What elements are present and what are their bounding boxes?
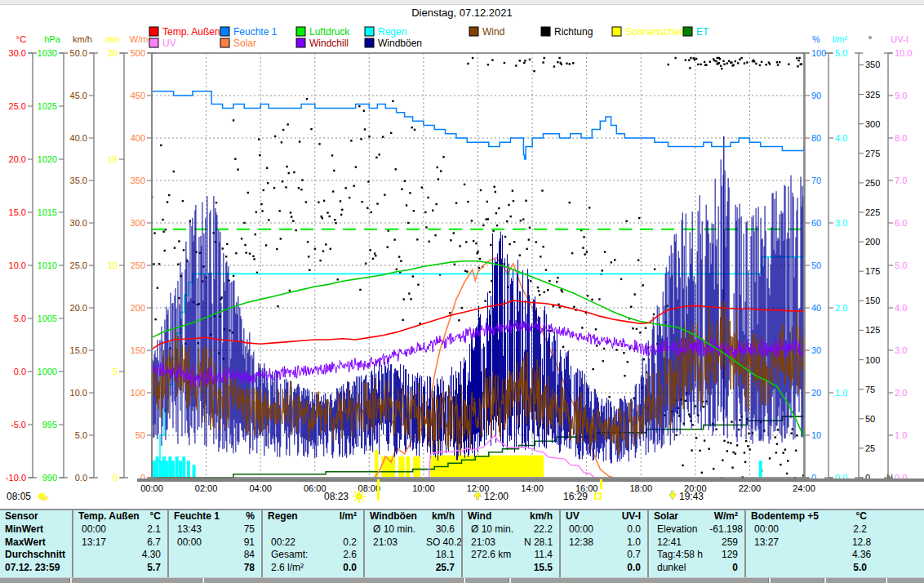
direction-dot bbox=[732, 64, 734, 65]
statusbar-separator bbox=[463, 578, 465, 583]
chart-text: 25.0 bbox=[9, 101, 26, 111]
chart-text: 02:00 bbox=[195, 483, 218, 493]
direction-dot bbox=[569, 63, 571, 65]
direction-dot bbox=[455, 202, 457, 204]
direction-dot bbox=[556, 281, 558, 283]
direction-dot bbox=[314, 248, 316, 250]
direction-dot bbox=[541, 189, 543, 191]
direction-dot bbox=[355, 166, 357, 167]
direction-dot bbox=[747, 445, 749, 447]
legend-swatch bbox=[296, 27, 305, 36]
table-row: dunkel0 bbox=[649, 562, 744, 575]
cell-value: 4.30 bbox=[133, 549, 167, 562]
direction-dot bbox=[620, 278, 622, 280]
chart-text: -10.0 bbox=[6, 473, 26, 483]
direction-dot bbox=[432, 210, 433, 211]
direction-dot bbox=[713, 60, 715, 61]
direction-dot bbox=[416, 238, 418, 240]
legend-swatch bbox=[365, 38, 374, 47]
legend-label: Richtung bbox=[554, 26, 593, 38]
chart-text: ° bbox=[868, 34, 872, 44]
chart-text: 350 bbox=[131, 176, 145, 185]
direction-dot bbox=[299, 140, 300, 142]
chart-text: 22:00 bbox=[739, 483, 762, 493]
direction-dot bbox=[727, 442, 729, 443]
chart-text: 5.0 bbox=[14, 314, 26, 323]
cell-time: 00:00 bbox=[73, 523, 133, 536]
cell-time bbox=[73, 549, 133, 562]
direction-dot bbox=[722, 459, 723, 461]
chart-text: 200 bbox=[865, 237, 880, 247]
direction-dot bbox=[591, 299, 593, 300]
direction-dot bbox=[478, 251, 479, 252]
direction-dot bbox=[637, 259, 639, 260]
direction-dot bbox=[549, 330, 551, 332]
table-row: 4.30 bbox=[73, 549, 167, 562]
cell-time: 21:03 bbox=[365, 536, 426, 550]
cell-time: Ø 10 min. bbox=[365, 523, 426, 536]
direction-dot bbox=[215, 202, 217, 203]
direction-dot bbox=[529, 227, 531, 229]
chart-text: 1000 bbox=[38, 367, 57, 376]
table-row: 21:03N 28.1 bbox=[463, 536, 559, 550]
direction-dot bbox=[519, 60, 521, 61]
table-row: 12:41259 bbox=[649, 536, 744, 550]
direction-dot bbox=[384, 194, 385, 195]
direction-dot bbox=[375, 255, 376, 256]
direction-dot bbox=[776, 443, 778, 445]
direction-dot bbox=[719, 58, 721, 60]
legend-swatch bbox=[220, 27, 229, 36]
rain-bar bbox=[182, 456, 185, 477]
column-name: Feuchte 1 bbox=[169, 510, 224, 523]
direction-dot bbox=[453, 232, 455, 234]
direction-dot bbox=[253, 258, 255, 260]
direction-dot bbox=[478, 267, 480, 269]
direction-dot bbox=[398, 256, 400, 257]
table-row: 13:2712.8 bbox=[746, 536, 924, 550]
direction-dot bbox=[645, 327, 646, 329]
direction-dot bbox=[753, 60, 755, 62]
table-row: 4.36 bbox=[746, 549, 924, 562]
chart-text: 18:00 bbox=[629, 483, 652, 493]
direction-dot bbox=[509, 216, 511, 217]
cell-value: 25.7 bbox=[426, 562, 461, 575]
chart-text: 14:00 bbox=[521, 483, 544, 493]
direction-dot bbox=[382, 136, 384, 137]
chart-text: 3.0 bbox=[895, 345, 907, 355]
direction-dot bbox=[602, 360, 604, 362]
cell-time: 00:00 bbox=[561, 523, 616, 536]
cell-value: 22.2 bbox=[524, 523, 559, 536]
direction-dot bbox=[540, 256, 541, 257]
sun-cloud-icon bbox=[40, 496, 48, 501]
chart-text: 1.0 bbox=[895, 430, 907, 440]
direction-dot bbox=[341, 209, 343, 211]
direction-dot bbox=[158, 263, 160, 265]
weather-chart: 30.025.020.015.010.05.00.0-5.0-10.0°C103… bbox=[0, 0, 924, 508]
direction-dot bbox=[602, 269, 603, 271]
direction-dot bbox=[485, 218, 486, 220]
chart-text: 10.0 bbox=[895, 48, 912, 58]
direction-dot bbox=[467, 201, 469, 202]
direction-dot bbox=[738, 429, 740, 430]
chart-text: 5.0 bbox=[835, 48, 847, 58]
direction-dot bbox=[639, 332, 641, 333]
direction-dot bbox=[723, 440, 725, 442]
direction-dot bbox=[475, 243, 477, 244]
legend-label: Feuchte 1 bbox=[233, 26, 278, 38]
direction-dot bbox=[249, 252, 251, 254]
direction-dot bbox=[291, 216, 292, 217]
chart-text: 1005 bbox=[38, 314, 57, 323]
chart-text: W/m² bbox=[130, 34, 152, 44]
chart-text: °C bbox=[16, 34, 26, 44]
chart-text: 25.0 bbox=[70, 260, 87, 270]
cell-time: dunkel bbox=[649, 562, 709, 575]
cell-value: 259 bbox=[709, 536, 744, 550]
direction-dot bbox=[723, 63, 725, 65]
table-row: 5.0 bbox=[746, 562, 924, 575]
direction-dot bbox=[471, 220, 473, 221]
direction-dot bbox=[523, 62, 525, 64]
direction-dot bbox=[592, 368, 593, 370]
legend-label: Windchill bbox=[309, 38, 349, 49]
chart-text: 5.0 bbox=[895, 260, 907, 270]
direction-dot bbox=[786, 473, 788, 474]
